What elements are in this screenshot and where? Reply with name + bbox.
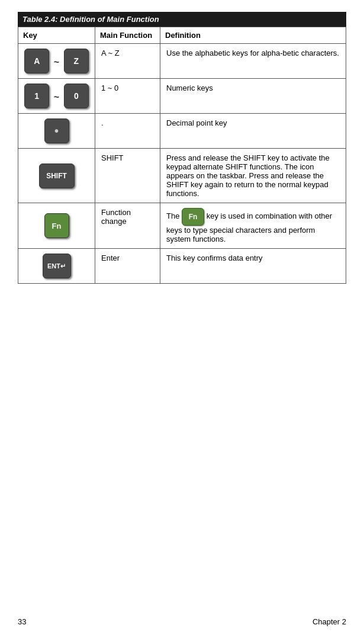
tilde-separator: ~ <box>54 57 59 68</box>
key-dot-button: • <box>44 118 69 143</box>
key-fn-button: Fn <box>44 213 69 238</box>
key-shift-button: SHIFT <box>39 163 75 188</box>
table-header-row: Key Main Function Definition <box>18 27 346 44</box>
table-title: Table 2.4: Definition of Main Function <box>18 12 346 27</box>
main-table: Key Main Function Definition A ~ Z A ~ Z… <box>18 27 346 284</box>
chapter-label: Chapter 2 <box>313 617 346 626</box>
main-fn-alpha: A ~ Z <box>95 44 160 79</box>
fn-definition-prefix: The <box>166 211 179 220</box>
table-row: 1 ~ 0 1 ~ 0 Numeric keys <box>18 79 346 114</box>
definition-shift: Press and release the SHIFT key to activ… <box>160 149 346 203</box>
table-row: ENT↵ Enter This key confirms data entry <box>18 249 346 284</box>
key-cell-dot: • <box>18 114 95 149</box>
key-1-button: 1 <box>24 84 49 108</box>
key-z-button: Z <box>64 49 89 73</box>
definition-alpha: Use the alphabetic keys for alpha-betic … <box>160 44 346 79</box>
definition-dot: Decimal point key <box>160 114 346 149</box>
col-header-definition: Definition <box>160 27 346 44</box>
table-row: SHIFT SHIFT Press and release the SHIFT … <box>18 149 346 203</box>
definition-fn: The Fn key is used in combination with o… <box>160 203 346 249</box>
table-row: A ~ Z A ~ Z Use the alphabetic keys for … <box>18 44 346 79</box>
definition-enter: This key confirms data entry <box>160 249 346 284</box>
page-footer: 33 Chapter 2 <box>0 617 364 626</box>
main-fn-numeric: 1 ~ 0 <box>95 79 160 114</box>
dot-symbol: • <box>54 125 59 137</box>
main-fn-fn: Function change <box>95 203 160 249</box>
fn-inline-button: Fn <box>182 208 204 226</box>
table-row: • . Decimal point key <box>18 114 346 149</box>
table-row: Fn Function change The Fn key is used in… <box>18 203 346 249</box>
key-cell-enter: ENT↵ <box>18 249 95 284</box>
key-a-button: A <box>24 49 49 73</box>
main-fn-shift: SHIFT <box>95 149 160 203</box>
definition-numeric: Numeric keys <box>160 79 346 114</box>
col-header-main-function: Main Function <box>95 27 160 44</box>
key-cell-fn: Fn <box>18 203 95 249</box>
key-0-button: 0 <box>64 84 89 108</box>
key-cell-alpha: A ~ Z <box>18 44 95 79</box>
key-cell-numeric: 1 ~ 0 <box>18 79 95 114</box>
key-cell-shift: SHIFT <box>18 149 95 203</box>
key-enter-button: ENT↵ <box>43 254 71 278</box>
page-container: Table 2.4: Definition of Main Function K… <box>0 0 364 638</box>
tilde-separator: ~ <box>54 92 59 102</box>
main-fn-enter: Enter <box>95 249 160 284</box>
col-header-key: Key <box>18 27 95 44</box>
page-number: 33 <box>18 617 26 626</box>
main-fn-dot: . <box>95 114 160 149</box>
